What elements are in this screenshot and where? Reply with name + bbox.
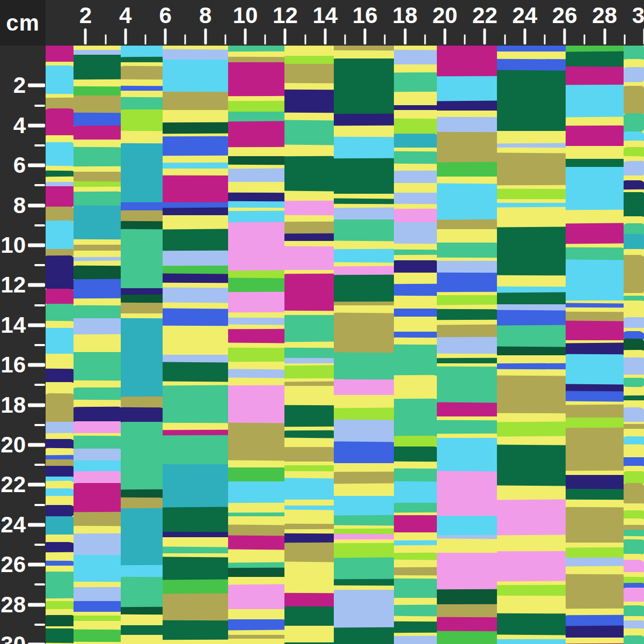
- fabric-stripe: [394, 119, 437, 135]
- fabric-stripe: [284, 593, 334, 608]
- ruler-tick-minor: [34, 344, 45, 346]
- fabric-stripe: [334, 627, 394, 644]
- fabric-stripe: [497, 613, 566, 636]
- fabric-stripe: [437, 471, 497, 517]
- fabric-stripe: [46, 221, 74, 250]
- fabric-stripe: [46, 207, 74, 222]
- ruler-number: 16: [353, 3, 378, 28]
- fabric-stripe: [566, 51, 624, 68]
- fabric-stripe: [334, 113, 394, 127]
- fabric-stripe: [163, 435, 228, 465]
- fabric-stripe: [624, 46, 644, 60]
- fabric-stripe: [163, 557, 228, 581]
- fabric-stripe: [566, 507, 624, 543]
- fabric-stripe: [394, 193, 437, 204]
- fabric-stripe: [566, 67, 624, 86]
- fabric-stripe: [437, 132, 497, 164]
- fabric-stripe: [497, 70, 566, 86]
- ruler-tick-minor: [304, 34, 306, 45]
- fabric-column: [228, 46, 284, 644]
- fabric-stripe: [121, 577, 163, 608]
- fabric-stripe: [437, 76, 497, 102]
- fabric-stripe: [566, 404, 624, 419]
- fabric-stripe: [624, 471, 644, 485]
- ruler-tick-minor: [34, 184, 45, 186]
- ruler-tick-major: [364, 28, 367, 45]
- fabric-stripe: [437, 516, 497, 536]
- fabric-stripe: [394, 284, 437, 297]
- fabric-stripe: [163, 507, 228, 533]
- fabric-stripe: [334, 589, 394, 628]
- fabric-stripe: [437, 337, 497, 355]
- fabric-stripe: [497, 189, 566, 200]
- fabric-column: [163, 46, 228, 644]
- fabric-stripe: [74, 533, 121, 556]
- fabric-stripe: [497, 85, 566, 132]
- ruler-tick-minor: [584, 34, 586, 45]
- fabric-stripe: [394, 447, 437, 463]
- ruler-tick-major: [523, 28, 526, 45]
- fabric-stripe: [163, 362, 228, 383]
- fabric-stripe: [74, 587, 121, 602]
- ruler-number: 24: [1, 512, 26, 538]
- fabric-stripe: [284, 172, 334, 193]
- ruler-number: 2: [13, 72, 26, 98]
- fabric-stripe: [394, 481, 437, 504]
- ruler-tick-minor: [34, 504, 45, 506]
- fabric-stripe: [74, 512, 121, 528]
- ruler-tick-minor: [624, 34, 625, 45]
- fabric-stripe: [624, 67, 644, 83]
- fabric-stripe: [228, 121, 284, 148]
- fabric-stripe: [334, 543, 394, 559]
- fabric-stripe: [334, 496, 394, 516]
- fabric-stripe: [121, 143, 163, 204]
- fabric-stripe: [163, 60, 228, 93]
- fabric-stripe: [566, 247, 624, 261]
- fabric-stripe: [624, 180, 644, 191]
- ruler-number: 20: [433, 3, 458, 28]
- ruler-tick-major: [28, 523, 45, 526]
- fabric-stripe: [46, 186, 74, 208]
- fabric-stripe: [121, 407, 163, 423]
- ruler-tick-major: [84, 28, 87, 45]
- ruler-tick-major: [28, 244, 45, 247]
- fabric-column: [74, 46, 121, 644]
- fabric-stripe: [163, 136, 228, 157]
- fabric-stripe: [46, 304, 74, 322]
- ruler-tick-minor: [34, 384, 45, 386]
- fabric-stripe: [394, 364, 437, 376]
- fabric-column: [121, 46, 163, 644]
- fabric-stripe: [624, 113, 644, 133]
- fabric-stripe: [228, 481, 284, 504]
- fabric-stripe: [74, 191, 121, 207]
- fabric-stripe: [497, 445, 566, 487]
- ruler-tick-major: [284, 28, 287, 45]
- fabric-stripe: [163, 92, 228, 112]
- fabric-stripe: [121, 303, 163, 315]
- ruler-tick-major: [28, 443, 45, 447]
- fabric-stripe: [334, 379, 394, 396]
- fabric-stripe: [228, 639, 284, 644]
- ruler-tick-minor: [185, 34, 186, 45]
- fabric-stripe: [437, 438, 497, 472]
- ruler-top: 24681012141618202224262830: [0, 0, 644, 46]
- fabric-stripe: [163, 620, 228, 641]
- fabric-stripe: [437, 261, 497, 274]
- fabric-stripe: [284, 365, 334, 379]
- fabric-stripe: [74, 407, 121, 422]
- fabric-stripe: [566, 167, 624, 211]
- fabric-stripe: [624, 483, 644, 504]
- fabric-stripe: [497, 153, 566, 187]
- fabric-stripe: [394, 170, 437, 184]
- fabric-stripe: [46, 542, 74, 553]
- fabric-stripe: [74, 55, 121, 80]
- ruler-tick-minor: [464, 34, 466, 45]
- ruler-number: 12: [1, 272, 26, 298]
- fabric-stripe: [624, 407, 644, 423]
- fabric-stripe: [46, 466, 74, 478]
- ruler-tick-major: [28, 603, 45, 606]
- ruler-tick-major: [28, 403, 45, 407]
- fabric-stripe: [497, 639, 566, 644]
- ruler-number: 10: [1, 232, 26, 258]
- ruler-number: 30: [632, 3, 644, 28]
